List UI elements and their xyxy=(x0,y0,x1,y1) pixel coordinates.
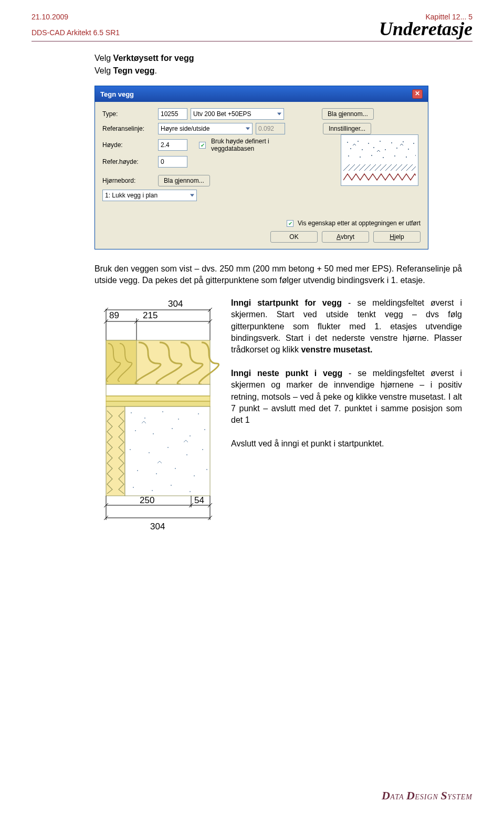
refline-dropdown[interactable]: Høyre side/utside xyxy=(158,123,253,134)
refheight-input[interactable]: 0 xyxy=(158,156,187,168)
svg-line-31 xyxy=(401,164,407,171)
type-name-dropdown[interactable]: Utv 200 Bet +50EPS xyxy=(191,108,284,120)
svg-point-4 xyxy=(391,142,392,143)
browse-corner-button[interactable]: Bla gjennom... xyxy=(158,175,210,186)
page-header: 21.10.2009 Kapittel 12... 5 DDS-CAD Arki… xyxy=(32,13,472,41)
block-nextpoint: Inngi neste punkt i vegg - se meldingsfe… xyxy=(231,368,462,426)
svg-point-59 xyxy=(162,411,163,412)
svg-point-12 xyxy=(408,149,409,150)
svg-point-10 xyxy=(385,149,386,150)
intro-text: Velg Verktøysett for vegg Velg Tegn vegg… xyxy=(94,52,462,77)
svg-text:304: 304 xyxy=(168,299,183,309)
refline-label: Referanselinje: xyxy=(102,125,155,132)
svg-line-29 xyxy=(391,164,397,171)
svg-point-57 xyxy=(131,412,132,413)
svg-point-78 xyxy=(133,487,134,488)
svg-point-69 xyxy=(167,447,169,448)
block2-title: Inngi neste punkt i vegg xyxy=(231,369,342,378)
height-input[interactable]: 2.4 xyxy=(158,139,187,151)
svg-point-19 xyxy=(415,155,416,156)
svg-point-9 xyxy=(373,147,374,148)
svg-point-62 xyxy=(135,430,136,431)
cancel-button[interactable]: Avbryt xyxy=(322,231,369,243)
svg-point-13 xyxy=(348,155,349,157)
dialog-titlebar: Tegn vegg ✕ xyxy=(95,86,428,102)
svg-line-22 xyxy=(354,164,360,171)
intro-l1a: Velg xyxy=(94,54,113,62)
svg-text:54: 54 xyxy=(194,495,204,505)
svg-point-8 xyxy=(362,149,363,150)
db-height-checkbox[interactable]: ✔ xyxy=(199,142,206,149)
svg-point-75 xyxy=(175,468,176,469)
svg-point-65 xyxy=(190,435,191,436)
svg-point-14 xyxy=(360,157,361,158)
content-area: Velg Verktøysett for vegg Velg Tegn vegg… xyxy=(32,52,472,546)
svg-line-25 xyxy=(370,164,376,171)
svg-line-28 xyxy=(385,164,392,171)
svg-point-80 xyxy=(171,485,172,486)
dialog-bottom: ✔ Vis egenskap etter at opptegningen er … xyxy=(102,220,421,243)
type-label: Type: xyxy=(102,110,155,118)
settings-button[interactable]: Innstillinger... xyxy=(323,123,371,134)
type-code-input[interactable]: 10255 xyxy=(158,108,187,120)
show-props-label: Vis egenskap etter at opptegningen er ut… xyxy=(298,220,421,227)
svg-line-26 xyxy=(375,164,381,171)
show-props-checkbox[interactable]: ✔ xyxy=(287,220,293,227)
close-icon[interactable]: ✕ xyxy=(412,89,423,99)
svg-text:89: 89 xyxy=(109,310,119,320)
block-startpoint: Inngi startpunkt for vegg - se meldingsf… xyxy=(231,297,462,356)
svg-point-2 xyxy=(368,143,369,144)
wall-preview xyxy=(341,134,418,186)
svg-line-32 xyxy=(406,164,413,171)
svg-point-16 xyxy=(383,157,384,158)
dialog-body: Type: 10255 Utv 200 Bet +50EPS Bla gjenn… xyxy=(95,102,428,249)
tegn-vegg-dialog: Tegn vegg ✕ Type: 10255 Utv 200 Bet +50E… xyxy=(94,86,428,249)
svg-point-72 xyxy=(137,470,138,471)
intro-l2a: Velg xyxy=(94,66,113,75)
svg-point-5 xyxy=(403,141,404,142)
svg-point-76 xyxy=(194,475,195,476)
intro-l1b: Verktøysett for vegg xyxy=(113,54,194,62)
svg-rect-51 xyxy=(106,401,210,407)
svg-point-11 xyxy=(396,148,397,149)
svg-point-81 xyxy=(190,491,191,492)
db-height-label: Bruk høyde definert i veggdatabasen xyxy=(211,138,290,153)
svg-text:304: 304 xyxy=(150,522,165,531)
svg-point-0 xyxy=(347,142,348,143)
svg-point-7 xyxy=(350,148,351,149)
svg-line-27 xyxy=(380,164,386,171)
header-product: DDS-CAD Arkitekt 6.5 SR1 xyxy=(32,28,120,37)
svg-line-30 xyxy=(396,164,402,171)
block1-title: Inngi startpunkt for vegg xyxy=(231,298,342,307)
svg-point-6 xyxy=(413,143,414,144)
help-button[interactable]: Hjelp xyxy=(373,231,421,243)
svg-point-63 xyxy=(153,433,154,434)
refheight-label: Refer.høyde: xyxy=(102,158,155,165)
technical-drawing: 304 89 215 xyxy=(94,297,219,546)
browse-type-button[interactable]: Bla gjennom... xyxy=(322,108,374,120)
svg-rect-49 xyxy=(106,384,210,396)
svg-line-24 xyxy=(364,164,371,171)
svg-point-18 xyxy=(406,157,407,158)
page-title: Underetasje xyxy=(379,18,472,40)
ok-button[interactable]: OK xyxy=(270,231,318,243)
svg-point-64 xyxy=(172,428,173,429)
svg-point-70 xyxy=(186,454,187,455)
block-finish: Avslutt ved å inngi et punkt i startpunk… xyxy=(231,438,462,450)
corner-label: Hjørnebord: xyxy=(102,177,155,184)
svg-point-15 xyxy=(371,155,372,156)
svg-line-33 xyxy=(412,164,416,171)
svg-point-17 xyxy=(394,155,395,157)
svg-point-79 xyxy=(152,490,153,491)
lock-plan-dropdown[interactable]: 1: Lukk vegg i plan xyxy=(102,190,197,201)
block1-bold-end: venstre musetast. xyxy=(301,345,372,354)
svg-point-77 xyxy=(206,469,207,470)
svg-line-20 xyxy=(343,164,350,171)
svg-point-60 xyxy=(178,419,179,420)
svg-point-71 xyxy=(202,449,203,450)
svg-line-21 xyxy=(349,164,355,171)
svg-point-66 xyxy=(204,429,205,430)
intro-l2b: Tegn vegg xyxy=(113,66,155,75)
svg-point-1 xyxy=(358,141,359,142)
svg-point-68 xyxy=(149,452,150,453)
